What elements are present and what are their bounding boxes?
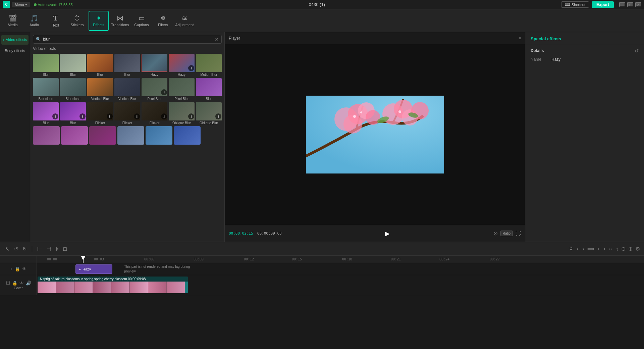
video-eye-icon[interactable]: 👁 — [19, 281, 24, 286]
fit-icon[interactable]: ⊙ — [493, 230, 498, 237]
export-button[interactable]: Export — [592, 1, 614, 8]
eye-icon[interactable]: 👁 — [22, 266, 26, 271]
left-panel: ▸ Video effects Body effects 🔍 ✕ Video e… — [0, 32, 225, 242]
effect-motion-blur[interactable]: Motion Blur — [196, 54, 222, 77]
effect-thumb-blur-3 — [87, 54, 113, 72]
effect-hazy-2[interactable]: ⬇ Hazy — [169, 54, 195, 77]
zoom-out-icon[interactable]: ⊖ — [621, 246, 626, 252]
tool-effects[interactable]: ✦ Effects — [89, 11, 109, 31]
effect-row4-5[interactable] — [146, 126, 172, 145]
trim-tool[interactable]: ⊧ — [55, 245, 60, 253]
fullscreen-icon[interactable]: ⛶ — [516, 231, 521, 237]
effect-track-label-row: + 🔒 👁 — [0, 263, 37, 275]
player-menu-icon[interactable]: ≡ — [519, 36, 521, 41]
effect-row4-4[interactable] — [117, 126, 144, 145]
tl-tool-2[interactable]: ⟺ — [587, 246, 595, 252]
minimize-button[interactable]: — — [619, 2, 625, 7]
sidebar-body-effects[interactable]: Body effects — [1, 46, 29, 55]
effect-thumb-blur-close-2 — [60, 78, 86, 96]
effect-blur-3[interactable]: Blur — [87, 54, 113, 77]
thumb-1 — [38, 282, 56, 293]
tool-filters[interactable]: ❄ Filters — [153, 11, 173, 31]
effect-blur-close-2[interactable]: Blur close — [60, 78, 86, 101]
effect-blur-pink-2[interactable]: ⬇ Blur — [60, 102, 86, 125]
tl-tool-4[interactable]: ↔ — [608, 246, 613, 252]
playhead-head — [81, 256, 86, 260]
video-track-icons: 🎞 🔒 👁 🔊 — [6, 281, 31, 286]
search-clear-button[interactable]: ✕ — [215, 37, 219, 42]
thumb-8 — [167, 282, 185, 293]
download-badge-6: ⬇ — [134, 113, 140, 119]
effect-vertical-blur-1[interactable]: Vertical Blur — [87, 78, 113, 101]
player-controls: 00:00:02:15 00:00:09:08 ▶ ⊙ Ratio ⛶ — [225, 225, 525, 242]
ratio-button[interactable]: Ratio — [500, 231, 513, 236]
refresh-icon[interactable]: ↺ — [635, 48, 639, 54]
video-clip[interactable]: A sprig of sakura blossoms in spring,spr… — [38, 277, 188, 293]
effect-thumb-blur-1 — [33, 54, 59, 72]
download-badge-7: ⬇ — [161, 113, 167, 119]
search-input[interactable] — [43, 37, 213, 42]
mic-icon[interactable]: 🎙 — [569, 246, 574, 252]
tool-media[interactable]: 🎬 Media — [3, 11, 23, 31]
hazy-clip[interactable]: ✦ Hazy — [75, 264, 112, 274]
effect-blur-close-1[interactable]: Blur close — [33, 78, 59, 101]
effect-row4-1[interactable] — [33, 126, 60, 145]
lock-icon[interactable]: 🔒 — [15, 266, 20, 271]
tl-tool-5[interactable]: ↕ — [616, 246, 619, 252]
effect-row4-3[interactable] — [89, 126, 116, 145]
zoom-in-icon[interactable]: ⊕ — [628, 246, 633, 252]
effect-hazy-1[interactable]: Hazy — [142, 54, 167, 77]
video-track: A sprig of sakura blossoms in spring,spr… — [37, 275, 644, 295]
redo-tool[interactable]: ↻ — [22, 245, 28, 253]
settings-icon[interactable]: ⚙ — [635, 246, 640, 252]
effects-section-title: Video effects — [33, 46, 222, 51]
effect-pixel-blur-2[interactable]: Pixel Blur — [169, 78, 195, 101]
track-add-icon[interactable]: + — [10, 266, 13, 271]
tool-text[interactable]: T Text — [46, 11, 66, 31]
effect-blur-2[interactable]: Blur — [60, 54, 86, 77]
tool-captions[interactable]: ▭ Captions — [131, 11, 152, 31]
maximize-button[interactable]: □ — [627, 2, 633, 7]
playhead[interactable] — [83, 256, 84, 263]
effect-row4-2[interactable] — [61, 126, 88, 145]
tool-audio[interactable]: 🎵 Audio — [24, 11, 44, 31]
shortcut-button[interactable]: ⌨ Shortcut — [561, 1, 589, 8]
video-clip-thumbs — [38, 282, 188, 293]
video-audio-icon[interactable]: 🔊 — [26, 281, 31, 286]
effect-vertical-blur-2[interactable]: Vertical Blur — [114, 78, 140, 101]
tl-tool-3[interactable]: ⟻ — [597, 246, 605, 252]
delete-tool[interactable]: ⊣ — [46, 245, 52, 253]
effect-blur-purple[interactable]: Blur — [196, 78, 222, 101]
pointer-tool[interactable]: ↖ — [4, 245, 10, 253]
effect-flicker-3[interactable]: ⬇ Flicker — [142, 102, 167, 125]
not-rendered-msg: This part is not rendered and may lag du… — [124, 264, 190, 274]
download-badge-3: ⬇ — [52, 113, 58, 119]
close-button[interactable]: ✕ — [635, 2, 641, 7]
video-clip-title: A sprig of sakura blossoms in spring,spr… — [38, 277, 188, 282]
play-button[interactable]: ▶ — [385, 230, 390, 237]
effect-blur-1[interactable]: Blur — [33, 54, 59, 77]
tool-transitions[interactable]: ⋈ Transitions — [110, 11, 130, 31]
effect-pixel-blur-1[interactable]: ⬇ Pixel Blur — [142, 78, 167, 101]
crop-tool[interactable]: □ — [62, 245, 68, 253]
video-lock-icon[interactable]: 🔒 — [12, 281, 17, 286]
effect-blur-pink-1[interactable]: ⬇ Blur — [33, 102, 59, 125]
effect-oblique-blur-1[interactable]: ⬇ Oblique Blur — [169, 102, 195, 125]
tool-stickers[interactable]: ⏱ Stickers — [67, 11, 87, 31]
sidebar-video-effects[interactable]: ▸ Video effects — [1, 35, 29, 45]
player-viewport — [225, 44, 525, 225]
split-tool[interactable]: ⊢ — [36, 245, 43, 253]
menu-button[interactable]: Menu ▾ — [12, 2, 30, 7]
timeline-body: + 🔒 👁 🎞 🔒 👁 🔊 Cover — [0, 256, 644, 349]
effect-oblique-blur-2[interactable]: ⬇ Oblique Blur — [196, 102, 222, 125]
tl-tool-1[interactable]: ⟷ — [577, 246, 584, 252]
effect-row4-6[interactable] — [174, 126, 201, 145]
app-logo: C — [3, 1, 10, 8]
effect-flicker-2[interactable]: ⬇ Flicker — [114, 102, 140, 125]
effect-flicker-1[interactable]: ⬇ Flicker — [87, 102, 113, 125]
effect-thumb-blur-purple — [196, 78, 222, 96]
undo-tool[interactable]: ↺ — [13, 245, 19, 253]
tool-adjustment[interactable]: ≋ Adjustment — [174, 11, 195, 31]
effect-blur-4[interactable]: Blur — [114, 54, 140, 77]
thumb-4 — [93, 282, 111, 293]
